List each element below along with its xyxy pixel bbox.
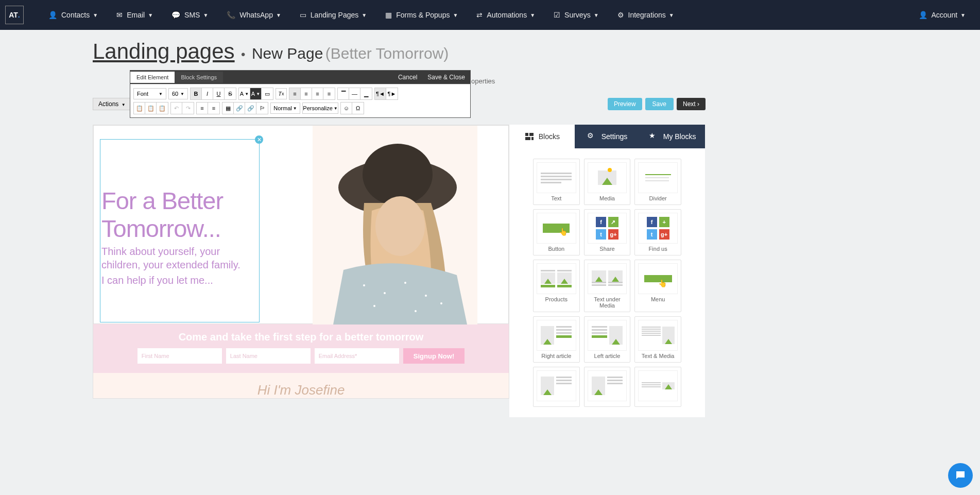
block-extra-1[interactable] — [533, 367, 580, 407]
bold-button[interactable]: B — [191, 88, 202, 99]
integrations-icon: ⚙ — [617, 11, 624, 19]
close-element-button[interactable]: ✕ — [255, 135, 263, 144]
email-input[interactable] — [315, 348, 399, 364]
block-divider[interactable]: Divider — [634, 159, 681, 205]
last-name-input[interactable] — [226, 348, 311, 364]
personalize-select[interactable]: Personalize▼ — [302, 103, 338, 114]
block-preview — [638, 370, 678, 401]
block-label: Button — [537, 246, 576, 252]
unordered-list-button[interactable]: ≡ — [208, 103, 219, 114]
block-products[interactable]: Products — [533, 260, 580, 312]
align-right-button[interactable]: ≡ — [312, 88, 323, 99]
block-button[interactable]: 👆 Button — [533, 209, 580, 255]
hero-image[interactable] — [313, 126, 477, 325]
chat-support-fab[interactable] — [948, 463, 973, 488]
tab-blocks[interactable]: Blocks — [509, 125, 575, 148]
emoji-button[interactable]: ☺ — [341, 103, 352, 114]
anchor-button[interactable]: 🏳 — [256, 103, 268, 114]
brand-logo[interactable]: AT. — [5, 6, 24, 24]
cta-heading[interactable]: Come and take the first step for a bette… — [93, 331, 509, 343]
block-text-media[interactable]: Text & Media — [634, 316, 681, 363]
paste-text-button[interactable]: 📋 — [157, 103, 168, 114]
nav-automations[interactable]: ⇄Automations▼ — [467, 0, 544, 30]
text-color-button[interactable]: A▼ — [239, 88, 250, 99]
svg-rect-12 — [529, 133, 534, 136]
font-size-select[interactable]: 60▼ — [168, 88, 188, 99]
nav-landing-pages[interactable]: ▭Landing Pages▼ — [290, 0, 376, 30]
nav-email[interactable]: ✉Email▼ — [107, 0, 162, 30]
editor-cancel-button[interactable]: Cancel — [393, 74, 422, 81]
align-group: ≡ ≡ ≡ ≡ — [289, 88, 335, 100]
tab-label: Settings — [601, 132, 628, 141]
actions-dropdown[interactable]: Actions ▼ — [93, 98, 131, 110]
valign-top-button[interactable]: ▔ — [338, 88, 349, 99]
block-left-article[interactable]: Left article — [584, 316, 631, 363]
font-family-select[interactable]: Font▼ — [133, 88, 166, 99]
intro-heading[interactable]: Hi I'm Josefine — [93, 373, 509, 398]
background-color-button[interactable]: ▭ — [262, 88, 273, 99]
block-media[interactable]: Media — [584, 159, 631, 205]
table-button[interactable]: ▦ — [222, 103, 234, 114]
block-preview — [537, 320, 576, 351]
properties-link-partial[interactable]: operties — [471, 77, 495, 85]
block-extra-3[interactable] — [634, 367, 681, 407]
breadcrumb-root-link[interactable]: Landing pages — [93, 39, 235, 63]
block-find-us[interactable]: f+tg+ Find us — [634, 209, 681, 255]
caret-icon: ▼ — [362, 12, 367, 18]
nav-surveys[interactable]: ☑Surveys▼ — [544, 0, 608, 30]
align-justify-button[interactable]: ≡ — [323, 88, 335, 99]
valign-middle-button[interactable]: — — [349, 88, 360, 99]
italic-button[interactable]: I — [202, 88, 213, 99]
block-right-article[interactable]: Right article — [533, 316, 580, 363]
nav-sms[interactable]: 💬SMS▼ — [162, 0, 217, 30]
nav-whatsapp[interactable]: 📞WhatsApp▼ — [217, 0, 290, 30]
cta-section[interactable]: Come and take the first step for a bette… — [93, 324, 509, 373]
nav-contacts[interactable]: 👤Contacts▼ — [39, 0, 107, 30]
copy-button[interactable]: 📋 — [134, 103, 145, 114]
block-text-under-media[interactable]: Text under Media — [584, 260, 631, 312]
ordered-list-button[interactable]: ≡ — [197, 103, 208, 114]
ltr-button[interactable]: ¶◄ — [375, 88, 386, 99]
paste-button[interactable]: 📋 — [145, 103, 157, 114]
account-icon: 👤 — [919, 11, 927, 19]
signup-button[interactable]: Signup Now! — [403, 348, 465, 364]
align-left-button[interactable]: ≡ — [289, 88, 301, 99]
clear-formatting-button[interactable]: Tx — [276, 88, 287, 99]
highlight-color-button[interactable]: A▼ — [250, 88, 262, 99]
redo-button[interactable]: ↷ — [182, 103, 194, 114]
tab-block-settings[interactable]: Block Settings — [175, 72, 223, 83]
unlink-button[interactable]: 🔗 — [245, 103, 256, 114]
hero-title[interactable]: For a Better Tomorrow... — [101, 187, 258, 243]
next-button[interactable]: Next › — [677, 98, 706, 110]
undo-button[interactable]: ↶ — [171, 103, 182, 114]
valign-bottom-button[interactable]: ▁ — [360, 88, 372, 99]
landing-page-canvas[interactable]: ✕ For a Better Tomorrow... Think about y… — [93, 125, 509, 399]
nav-forms[interactable]: ▦Forms & Popups▼ — [376, 0, 467, 30]
strikethrough-button[interactable]: S — [225, 88, 236, 99]
text-style-group: B I U S — [190, 88, 236, 100]
align-center-button[interactable]: ≡ — [301, 88, 312, 99]
editor-save-close-button[interactable]: Save & Close — [422, 74, 470, 81]
hero-text-element-selected[interactable]: ✕ For a Better Tomorrow... Think about y… — [100, 139, 260, 322]
first-name-input[interactable] — [137, 348, 222, 364]
tab-edit-element[interactable]: Edit Element — [130, 72, 175, 83]
tab-settings[interactable]: ⚙ Settings — [575, 125, 640, 148]
hero-paragraph-2[interactable]: I can help if you let me... — [101, 274, 258, 287]
rtl-button[interactable]: ¶► — [386, 88, 398, 99]
nav-integrations[interactable]: ⚙Integrations▼ — [608, 0, 683, 30]
link-button[interactable]: 🔗 — [234, 103, 245, 114]
block-menu[interactable]: 👆 Menu — [634, 260, 681, 312]
hero-section[interactable]: ✕ For a Better Tomorrow... Think about y… — [93, 125, 509, 324]
block-share[interactable]: f↗tg+ Share — [584, 209, 631, 255]
special-char-button[interactable]: Ω — [352, 103, 364, 114]
tab-my-blocks[interactable]: ★ My Blocks — [640, 125, 705, 148]
block-extra-2[interactable] — [584, 367, 631, 407]
svg-rect-14 — [531, 137, 534, 140]
preview-button[interactable]: Preview — [608, 98, 642, 110]
paragraph-style-select[interactable]: Normal▼ — [270, 103, 300, 114]
underline-button[interactable]: U — [213, 88, 225, 99]
save-button[interactable]: Save — [645, 98, 674, 110]
hero-paragraph-1[interactable]: Think about yourself, your children, you… — [101, 245, 258, 271]
block-text[interactable]: Text — [533, 159, 580, 205]
nav-account[interactable]: 👤Account▼ — [909, 0, 975, 30]
